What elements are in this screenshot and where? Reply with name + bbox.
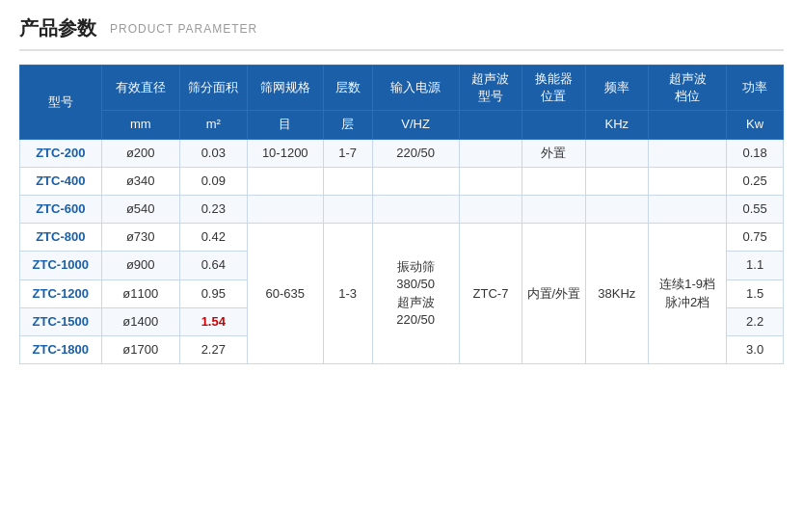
cell-layer: 1-3 [323, 224, 372, 364]
cell-mesh [247, 167, 323, 195]
cell-power-in [372, 195, 459, 223]
cell-model: ZTC-1000 [20, 252, 102, 279]
col-header-ultrasound: 超声波型号 [459, 66, 522, 111]
page-title-cn: 产品参数 [19, 15, 96, 41]
cell-transducer-pos [522, 195, 585, 223]
col-subheader-transducer-empty [522, 111, 585, 139]
cell-transducer-pos: 内置/外置 [522, 224, 585, 364]
cell-freq: 38KHz [585, 224, 648, 364]
cell-power: 2.2 [727, 307, 784, 335]
cell-model: ZTC-800 [20, 224, 102, 252]
col-header-mesh: 筛网规格 [247, 66, 323, 111]
cell-ultrasound-model [459, 167, 522, 195]
cell-freq [585, 167, 648, 195]
cell-model: ZTC-1800 [20, 335, 102, 363]
cell-transducer-pos: 外置 [522, 139, 585, 167]
cell-mesh: 60-635 [247, 224, 323, 364]
table-row: ZTC-200ø2000.0310-12001-7220/50外置0.18 [20, 139, 784, 167]
cell-power: 1.1 [727, 252, 784, 279]
col-header-level: 超声波档位 [649, 66, 727, 111]
cell-layer: 1-7 [323, 139, 372, 167]
cell-model: ZTC-200 [20, 139, 102, 167]
cell-area: 0.09 [179, 167, 247, 195]
cell-power: 0.25 [727, 167, 784, 195]
cell-diameter: ø1700 [101, 335, 179, 363]
cell-model: ZTC-400 [20, 167, 102, 195]
cell-area: 0.95 [179, 279, 247, 307]
col-header-transducer: 换能器位置 [522, 66, 585, 111]
table-container: 振泰机械 ZHENTAIJIXIE 型号 有效直径 筛分面积 筛网规格 层数 输… [19, 65, 784, 364]
table-row: ZTC-400ø3400.090.25 [20, 167, 784, 195]
cell-model: ZTC-1500 [20, 307, 102, 335]
cell-power: 1.5 [727, 279, 784, 307]
header-row-2: mm m² 目 层 V/HZ KHz Kw [20, 111, 784, 139]
col-header-area: 筛分面积 [179, 66, 247, 111]
cell-freq [585, 139, 648, 167]
cell-power: 3.0 [727, 335, 784, 363]
col-header-freq: 频率 [585, 66, 648, 111]
cell-ultrasound-model: ZTC-7 [459, 224, 522, 364]
cell-level [649, 167, 727, 195]
col-subheader-kw: Kw [727, 111, 784, 139]
cell-diameter: ø540 [101, 195, 179, 223]
table-row: ZTC-600ø5400.230.55 [20, 195, 784, 223]
cell-diameter: ø900 [101, 252, 179, 279]
cell-transducer-pos [522, 167, 585, 195]
cell-mesh: 10-1200 [247, 139, 323, 167]
cell-power-in [372, 167, 459, 195]
col-header-model: 型号 [20, 66, 102, 140]
col-subheader-vhz: V/HZ [372, 111, 459, 139]
cell-power: 0.55 [727, 195, 784, 223]
cell-diameter: ø340 [101, 167, 179, 195]
cell-area: 0.64 [179, 252, 247, 279]
cell-ultrasound-model [459, 195, 522, 223]
col-header-layer: 层数 [323, 66, 372, 111]
cell-model: ZTC-1200 [20, 279, 102, 307]
cell-model: ZTC-600 [20, 195, 102, 223]
cell-power: 0.75 [727, 224, 784, 252]
col-subheader-m2: m² [179, 111, 247, 139]
cell-power-in: 振动筛 380/50 超声波 220/50 [372, 224, 459, 364]
col-subheader-level-empty [649, 111, 727, 139]
cell-layer [323, 167, 372, 195]
cell-mesh [247, 195, 323, 223]
cell-level: 连续1-9档 脉冲2档 [649, 224, 727, 364]
cell-area: 0.03 [179, 139, 247, 167]
col-subheader-mm: mm [101, 111, 179, 139]
page-title-en: PRODUCT PARAMETER [110, 22, 257, 36]
col-subheader-mesh-unit: 目 [247, 111, 323, 139]
product-parameter-table: 型号 有效直径 筛分面积 筛网规格 层数 输入电源 超声波型号 换能器位置 频率… [19, 65, 784, 364]
cell-power-in: 220/50 [372, 139, 459, 167]
col-header-power-input: 输入电源 [372, 66, 459, 111]
cell-ultrasound-model [459, 139, 522, 167]
cell-freq [585, 195, 648, 223]
table-row: ZTC-800ø7300.4260-6351-3振动筛 380/50 超声波 2… [20, 224, 784, 252]
col-subheader-ultrasound-empty [459, 111, 522, 139]
table-body: ZTC-200ø2000.0310-12001-7220/50外置0.18ZTC… [20, 139, 784, 364]
cell-layer [323, 195, 372, 223]
col-header-diameter: 有效直径 [101, 66, 179, 111]
col-header-power: 功率 [727, 66, 784, 111]
cell-level [649, 195, 727, 223]
cell-level [649, 139, 727, 167]
cell-diameter: ø1400 [101, 307, 179, 335]
cell-diameter: ø1100 [101, 279, 179, 307]
cell-area: 1.54 [179, 307, 247, 335]
cell-diameter: ø200 [101, 139, 179, 167]
cell-area: 0.42 [179, 224, 247, 252]
cell-power: 0.18 [727, 139, 784, 167]
page-header: 产品参数 PRODUCT PARAMETER [19, 15, 784, 51]
cell-area: 2.27 [179, 335, 247, 363]
cell-diameter: ø730 [101, 224, 179, 252]
col-subheader-khz: KHz [585, 111, 648, 139]
cell-area: 0.23 [179, 195, 247, 223]
col-subheader-layer-unit: 层 [323, 111, 372, 139]
header-row-1: 型号 有效直径 筛分面积 筛网规格 层数 输入电源 超声波型号 换能器位置 频率… [20, 66, 784, 111]
